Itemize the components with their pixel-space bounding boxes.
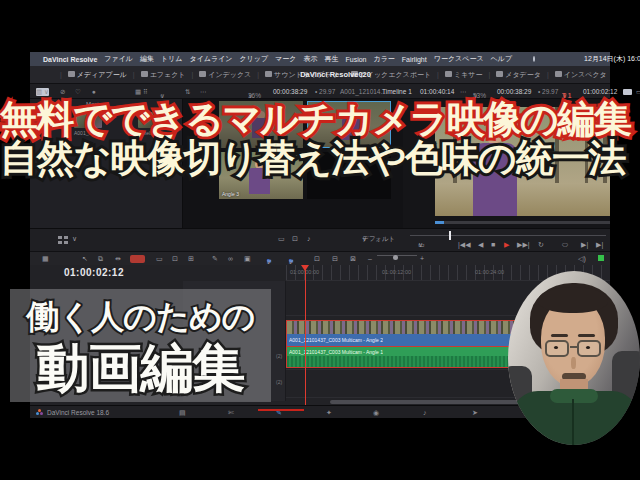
zoom-full-icon[interactable]: ⊟ <box>332 255 338 263</box>
trim-edit-tool[interactable]: ⧉ <box>98 255 103 263</box>
single-view-icon[interactable]: ▭ <box>278 235 285 243</box>
link-clips-icon[interactable]: ∞ <box>228 255 233 262</box>
razor-tool-active[interactable] <box>130 255 145 263</box>
step-back-button[interactable]: ◀ <box>478 241 483 249</box>
media-pool-icon <box>68 71 75 77</box>
timeline-viewer-title[interactable]: Timeline 1 <box>382 88 412 95</box>
menu-color[interactable]: カラー <box>373 54 394 64</box>
zoom-in-button[interactable]: + <box>420 255 424 262</box>
channel-badge-box: 働く人のための 動画編集 <box>10 289 271 402</box>
grid-chevron-icon[interactable]: ∨ <box>72 235 77 243</box>
tab-index[interactable]: インデックス <box>199 70 251 80</box>
tab-metadata[interactable]: メタデータ <box>496 70 541 80</box>
timeline-clip-duration: 00:00:38:29 <box>497 88 531 95</box>
dual-view-icon[interactable]: ⊡ <box>292 235 298 243</box>
cut-page-button[interactable]: ✄ <box>228 409 234 417</box>
tab-mixer[interactable]: ミキサー <box>445 70 483 80</box>
badge-line-2: 動画編集 <box>37 340 245 396</box>
source-fps: • 29.97 <box>315 88 335 95</box>
grid-view-icon[interactable]: ▦ ⠿ <box>135 88 148 96</box>
retime-curve-icon[interactable]: ✎ <box>212 255 218 263</box>
jog-bar[interactable] <box>410 235 606 236</box>
fairlight-page-button[interactable]: ♪ <box>423 409 427 416</box>
favorites-icon[interactable]: ♡ <box>75 88 81 96</box>
video-clip-name: A001_12101437_C003 Multicam - Angle 2 <box>289 337 383 343</box>
out-point-icon[interactable]: ▶| <box>596 241 603 249</box>
more-options-icon[interactable]: ⋯ <box>200 88 207 96</box>
source-clip-name[interactable]: A001_121014... <box>340 88 386 95</box>
info-icon[interactable] <box>533 56 535 62</box>
menu-file[interactable]: ファイル <box>104 54 133 64</box>
record-dot-icon: ● <box>92 88 96 95</box>
audio2-channel-badge: (2) <box>276 379 282 385</box>
pane-toggle-icon[interactable]: ▥ ∨ <box>36 88 49 96</box>
menu-help[interactable]: ヘルプ <box>491 54 513 64</box>
timeline-view-options-icon[interactable]: ▦ <box>42 255 49 263</box>
angle-color-icon[interactable] <box>623 89 632 95</box>
dynamic-trim-tool[interactable]: ⇹ <box>115 255 121 263</box>
multicam-grid-icon[interactable] <box>58 236 68 244</box>
menu-view[interactable]: 表示 <box>303 54 317 64</box>
menu-trim[interactable]: トリム <box>161 54 183 64</box>
media-page-button[interactable]: ▤ <box>179 409 186 417</box>
skip-forward-button[interactable]: ▶▶| <box>517 241 530 249</box>
menu-timeline[interactable]: タイムライン <box>190 54 233 64</box>
davinci-logo <box>36 409 44 416</box>
position-lock-icon[interactable]: ▣ <box>244 255 251 263</box>
zoom-out-button[interactable]: – <box>368 255 372 262</box>
replace-clip-icon[interactable]: ⊞ <box>188 255 194 263</box>
menu-clip[interactable]: クリップ <box>239 54 268 64</box>
playhead-timecode: 01:00:02:12 <box>583 88 617 95</box>
jog-playhead[interactable] <box>449 231 451 240</box>
menubar-clock[interactable]: 12月14日(木) 16:03 <box>584 54 640 64</box>
zoom-detail-icon[interactable]: ⊠ <box>350 255 356 263</box>
badge-line-1: 働く人のための <box>27 295 255 340</box>
eye <box>586 346 590 349</box>
eyebrow <box>578 334 595 337</box>
menu-fusion[interactable]: Fusion <box>345 56 366 63</box>
presenter-webcam <box>508 271 640 445</box>
inspector-icon <box>555 71 562 77</box>
selection-tool[interactable]: ↖ <box>82 255 88 263</box>
sort-icon[interactable]: ⇅ <box>185 88 190 96</box>
macos-menubar: DaVinci Resolve ファイル 編集 トリム タイムライン クリップ … <box>30 52 610 66</box>
insert-clip-icon[interactable]: ▭ <box>156 255 163 263</box>
viewer-options-row: ▥ ∨ ⊘ ♡ ● ▦ ⠿ ○ ∨ ⇅ ⋯ 36% ∨ 00:00:38:29 … <box>30 84 610 99</box>
zoom-slider-handle[interactable] <box>393 255 398 260</box>
loop-button[interactable]: ↻ <box>538 241 544 249</box>
tab-media-pool[interactable]: メディアプール <box>68 70 127 80</box>
menu-playback[interactable]: 再生 <box>324 54 338 64</box>
timeline-playhead[interactable] <box>305 265 306 405</box>
nose <box>571 357 576 369</box>
viewer-overlay-icon[interactable]: ▭ <box>636 88 640 96</box>
transport-row: ∨ ▭ ⊡ ♪ デフォルト ∨ ▭ ∨ |◀◀ ◀ ■ ▶ ▶▶| ↻ ⬭ ▶|… <box>30 228 610 251</box>
tab-effects[interactable]: エフェクト <box>141 70 186 80</box>
audio-monitor-icon[interactable]: ◁) <box>578 255 586 263</box>
status-indicator <box>598 255 604 261</box>
source-duration: 00:00:38:29 <box>273 88 307 95</box>
eye <box>554 346 558 349</box>
timeline-more-icon[interactable]: ⋯ <box>460 88 467 96</box>
menu-workspace[interactable]: ワークスペース <box>434 54 484 64</box>
fusion-page-button[interactable]: ✦ <box>326 409 332 417</box>
timeline-find-icon[interactable]: ⊡ <box>314 255 320 263</box>
app-menu[interactable]: DaVinci Resolve <box>43 56 97 63</box>
skip-back-button[interactable]: |◀◀ <box>458 241 471 249</box>
menu-edit[interactable]: 編集 <box>140 54 154 64</box>
in-point-icon[interactable]: ▶| <box>581 241 588 249</box>
link-bins-icon[interactable]: ⊘ <box>60 88 65 96</box>
match-frame-icon[interactable]: ⬭ <box>562 241 568 249</box>
timeline-duration-tc: 01:00:40:14 <box>420 88 454 95</box>
audio-icon[interactable]: ♪ <box>307 235 311 242</box>
tab-inspector[interactable]: インスペクタ <box>555 70 607 80</box>
viewer-scrubber[interactable] <box>435 221 610 224</box>
hair-fringe <box>538 287 608 313</box>
menu-fairlight[interactable]: Fairlight <box>402 56 427 63</box>
menu-mark[interactable]: マーク <box>275 54 296 64</box>
overwrite-clip-icon[interactable]: ⊡ <box>172 255 178 263</box>
play-button[interactable]: ▶ <box>504 241 509 249</box>
angle-3-label: Angle 3 <box>222 191 239 197</box>
color-page-button[interactable]: ◉ <box>373 409 379 417</box>
stop-button[interactable]: ■ <box>491 241 495 248</box>
deliver-page-button[interactable]: ➤ <box>472 409 478 417</box>
